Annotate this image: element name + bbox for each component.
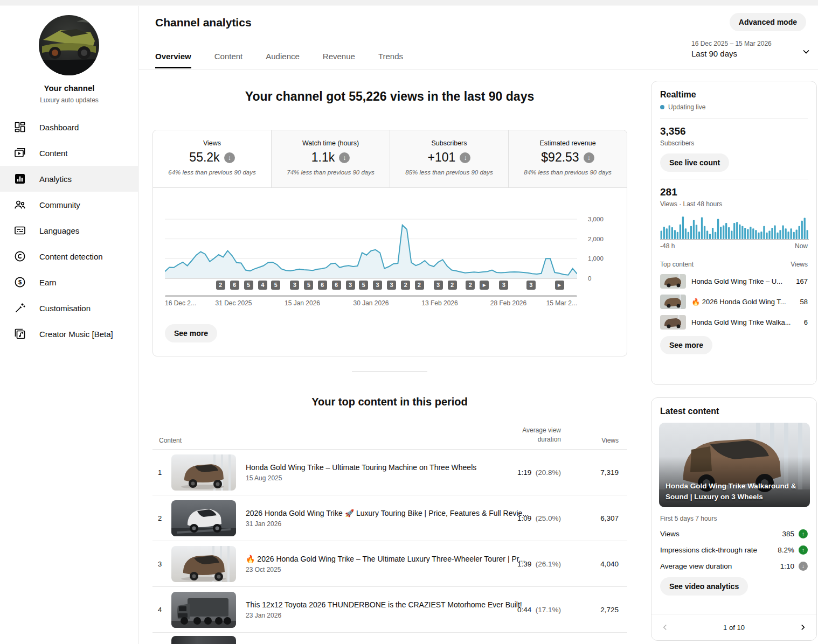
- video-thumbnail[interactable]: [171, 500, 236, 536]
- sidebar-item-label: Dashboard: [39, 123, 79, 132]
- see-video-analytics-button[interactable]: See video analytics: [660, 577, 748, 596]
- video-thumbnail: [660, 295, 686, 309]
- copyright-icon: [13, 250, 26, 263]
- chart-upload-badge[interactable]: 4: [258, 281, 267, 290]
- tab-audience[interactable]: Audience: [266, 52, 300, 68]
- chart-upload-badge[interactable]: 3: [346, 281, 355, 290]
- stat-card-watch-time[interactable]: Watch time (hours) 1.1k↓ 74% less than p…: [272, 130, 390, 187]
- chart-upload-badge[interactable]: 6: [318, 281, 327, 290]
- svg-text:$: $: [18, 279, 22, 285]
- timeline-scrubber[interactable]: [165, 295, 577, 297]
- video-thumbnail[interactable]: [171, 454, 236, 491]
- table-row[interactable]: 4 This 12x12 Toyota 2026 THUNDERBONE is …: [152, 587, 627, 633]
- upload-badges-row: 265453566353322322▶33▶: [165, 281, 577, 290]
- top-strip: [0, 0, 818, 5]
- chart-upload-badge[interactable]: 6: [332, 281, 341, 290]
- video-thumbnail[interactable]: [171, 592, 236, 628]
- chevron-left-icon[interactable]: [660, 622, 670, 632]
- tab-trends[interactable]: Trends: [378, 52, 403, 68]
- realtime-content-item[interactable]: Honda Gold Wing Trike Walka... 6: [660, 315, 808, 330]
- tab-revenue[interactable]: Revenue: [323, 52, 355, 68]
- views-count: 7,319: [600, 468, 619, 477]
- magic-wand-icon: [13, 302, 26, 314]
- music-note-icon: [13, 327, 26, 340]
- sidebar-item-languages[interactable]: Languages: [0, 218, 138, 243]
- realtime-content-item[interactable]: 🔥 2026 Honda Gold Wing T... 58: [660, 295, 808, 309]
- stat-card-revenue[interactable]: Estimated revenue $92.53↓ 84% less than …: [509, 130, 627, 187]
- chart-upload-badge[interactable]: 2: [466, 281, 475, 290]
- stat-card-subscribers[interactable]: Subscribers +101↓ 85% less than previous…: [390, 130, 509, 187]
- avg-view-duration: 0:44 (17.1%): [517, 606, 561, 614]
- advanced-mode-button[interactable]: Advanced mode: [730, 13, 806, 31]
- x-tick-label: 16 Dec 2...: [165, 299, 196, 307]
- table-row[interactable]: 1 Honda Gold Wing Trike – Ultimate Touri…: [152, 450, 627, 495]
- trend-down-icon: ↓: [224, 152, 235, 163]
- table-row-partial-thumbnail: [171, 636, 236, 644]
- sidebar-item-creator-music[interactable]: Creator Music [Beta]: [0, 321, 138, 347]
- video-thumbnail[interactable]: [171, 546, 236, 582]
- chevron-down-icon[interactable]: [801, 46, 812, 57]
- chart-upload-badge[interactable]: 2: [415, 281, 424, 290]
- sidebar-item-label: Analytics: [39, 174, 72, 184]
- chart-upload-badge[interactable]: 3: [387, 281, 396, 290]
- x-tick-label: 15 Jan 2026: [285, 299, 320, 307]
- tab-overview[interactable]: Overview: [155, 52, 191, 68]
- trend-down-icon: ↓: [584, 152, 594, 163]
- stat-card-views[interactable]: Views 55.2k↓ 64% less than previous 90 d…: [153, 130, 272, 187]
- avg-view-duration: 1:19 (20.8%): [517, 468, 561, 477]
- sidebar-item-content[interactable]: Content: [0, 140, 138, 166]
- chart-upload-badge[interactable]: ▶: [555, 281, 564, 290]
- sidebar-item-analytics[interactable]: Analytics: [0, 166, 138, 192]
- chart-upload-badge[interactable]: ▶: [480, 281, 489, 290]
- trend-down-icon: ↓: [339, 152, 350, 163]
- table-row[interactable]: 2 2026 Honda Gold Wing Trike 🚀 Luxury To…: [152, 495, 627, 541]
- see-more-button[interactable]: See more: [165, 324, 217, 342]
- metric-value: 8.2%: [778, 546, 794, 554]
- latest-content-title: Latest content: [660, 407, 808, 416]
- video-thumbnail: [660, 315, 686, 330]
- date-range-text: 16 Dec 2025 – 15 Mar 2026: [691, 40, 772, 47]
- metric-row: Average view duration 1:10↓: [660, 562, 808, 571]
- table-header: Content Average viewduration Views: [152, 424, 627, 450]
- sidebar-item-label: Earn: [39, 278, 57, 287]
- sidebar-item-community[interactable]: Community: [0, 192, 138, 218]
- sidebar-item-earn[interactable]: $ Earn: [0, 269, 138, 295]
- latest-video-thumbnail[interactable]: Honda Gold Wing Trike Walkaround & Sound…: [659, 423, 810, 507]
- video-title: Honda Gold Wing Trike Walka...: [691, 318, 799, 326]
- sidebar-item-customisation[interactable]: Customisation: [0, 295, 138, 321]
- video-title: Honda Gold Wing Trike – U...: [691, 277, 791, 285]
- chart-upload-badge[interactable]: 3: [290, 281, 299, 290]
- realtime-views-count: 281: [660, 186, 808, 198]
- chart-upload-badge[interactable]: 5: [271, 281, 280, 290]
- chart-upload-badge[interactable]: 2: [216, 281, 225, 290]
- views-line-chart[interactable]: [165, 213, 577, 278]
- realtime-content-item[interactable]: Honda Gold Wing Trike – U... 167: [660, 274, 808, 289]
- chart-upload-badge[interactable]: 5: [359, 281, 368, 290]
- table-row[interactable]: 3 🔥 2026 Honda Gold Wing Trike – The Ult…: [152, 541, 627, 587]
- see-live-count-button[interactable]: See live count: [660, 153, 729, 172]
- channel-subtitle: Luxury auto updates: [0, 96, 138, 104]
- community-icon: [13, 198, 26, 211]
- channel-name: Your channel: [0, 83, 138, 93]
- chart-upload-badge[interactable]: 3: [526, 281, 536, 290]
- date-range-picker[interactable]: 16 Dec 2025 – 15 Mar 2026 Last 90 days: [691, 40, 772, 58]
- chevron-right-icon[interactable]: [798, 622, 808, 632]
- chart-upload-badge[interactable]: 6: [230, 281, 239, 290]
- sidebar-item-dashboard[interactable]: Dashboard: [0, 114, 138, 140]
- top-content-title: Your top content in this period: [155, 396, 624, 408]
- chart-upload-badge[interactable]: 3: [434, 281, 443, 290]
- chart-upload-badge[interactable]: 2: [448, 281, 457, 290]
- chart-upload-badge[interactable]: 5: [304, 281, 313, 290]
- chart-upload-badge[interactable]: 2: [401, 281, 410, 290]
- latest-content-card: Latest content Honda Gold Wing Trike Wal…: [651, 397, 817, 641]
- chart-upload-badge[interactable]: 3: [373, 281, 382, 290]
- avatar[interactable]: [39, 15, 99, 75]
- metric-value: 1:10: [780, 562, 794, 570]
- sidebar-item-content-detection[interactable]: Content detection: [0, 243, 138, 269]
- chart-upload-badge[interactable]: 5: [244, 281, 253, 290]
- realtime-see-more-button[interactable]: See more: [660, 336, 712, 354]
- metric-row: Impressions click-through rate 8.2%↑: [660, 545, 808, 555]
- tab-content[interactable]: Content: [214, 52, 243, 68]
- chart-upload-badge[interactable]: 3: [499, 281, 508, 290]
- views-count: 4,040: [600, 560, 619, 568]
